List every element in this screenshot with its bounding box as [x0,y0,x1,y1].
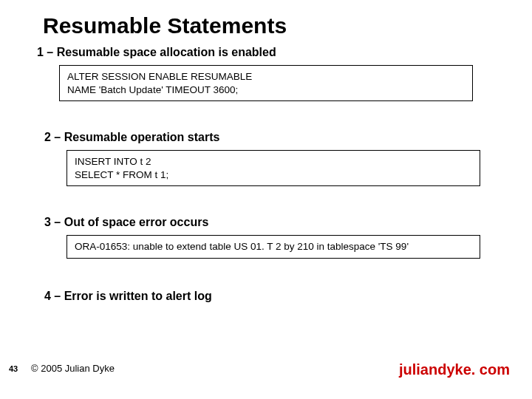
step-1-code-box: ALTER SESSION ENABLE RESUMABLENAME 'Batc… [59,65,473,101]
step-3-code-box: ORA-01653: unable to extend table US 01.… [66,235,480,259]
step-4: 4 – Error is written to alert log [44,290,488,303]
copyright-text: © 2005 Julian Dyke [31,363,115,374]
domain-text: juliandyke. com [399,361,510,378]
slide-title: Resumable Statements [43,13,287,38]
step-1-heading: 1 – Resumable space allocation is enable… [37,46,488,59]
page-number: 43 [9,364,18,373]
step-4-heading: 4 – Error is written to alert log [44,290,488,303]
step-3: 3 – Out of space error occurs ORA-01653:… [44,216,488,259]
step-2-heading: 2 – Resumable operation starts [44,131,488,144]
slide-content: 1 – Resumable space allocation is enable… [37,46,488,303]
step-3-heading: 3 – Out of space error occurs [44,216,488,229]
step-1: 1 – Resumable space allocation is enable… [37,46,488,101]
step-2: 2 – Resumable operation starts INSERT IN… [44,131,488,186]
step-2-code-box: INSERT INTO t 2SELECT * FROM t 1; [66,150,480,186]
